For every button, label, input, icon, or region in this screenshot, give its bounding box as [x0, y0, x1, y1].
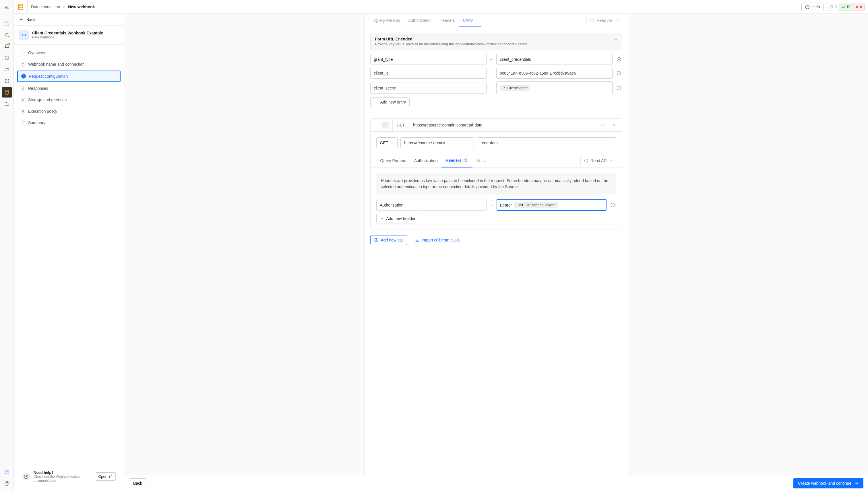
download-icon	[415, 238, 419, 242]
external-link-icon	[109, 475, 112, 479]
remove-row-button[interactable]	[616, 70, 622, 77]
method-select[interactable]: GET	[376, 137, 398, 148]
header-value-prefix: Bearer	[500, 203, 512, 207]
kv-value-input[interactable]	[496, 54, 613, 65]
call1-tabs: Query Params Authorization Headers Body …	[364, 14, 628, 27]
step-storage[interactable]: 5Storage and retention	[17, 95, 120, 105]
chevron-right-icon	[62, 5, 66, 9]
read-api-dropdown[interactable]: Read API	[587, 16, 622, 25]
call-config-row: GET	[371, 132, 622, 154]
header-value-input[interactable]: Bearer Call 1 > "access_token"	[496, 199, 606, 211]
product-logo[interactable]	[14, 0, 28, 14]
call-actions-row: Add new call Import call from cURL	[364, 235, 628, 251]
add-call-button[interactable]: Add new call	[370, 235, 407, 245]
help-card-title: Need help?	[34, 470, 91, 475]
tab-query-params[interactable]: Query Params	[370, 14, 404, 27]
remove-row-button[interactable]	[616, 56, 622, 63]
call-name-input[interactable]	[477, 137, 616, 148]
bell-icon[interactable]	[2, 41, 12, 52]
apps-icon[interactable]	[2, 76, 12, 86]
search-icon[interactable]	[2, 30, 12, 40]
kv-key-input[interactable]	[370, 83, 487, 93]
body-type-title: Form URL Encoded	[375, 37, 614, 41]
chevron-down-icon	[614, 38, 617, 41]
back-link[interactable]: Back	[14, 14, 124, 26]
body-type-sub: Provide key-value pairs to be included u…	[375, 42, 614, 46]
remove-row-button[interactable]	[616, 85, 622, 91]
kv-value-input[interactable]	[496, 68, 613, 79]
help-circle-icon	[805, 5, 810, 9]
svg-point-25	[377, 125, 377, 125]
svg-point-27	[377, 126, 377, 126]
kv-key-input[interactable]	[370, 68, 487, 79]
chevron-down-icon	[474, 19, 477, 22]
database-icon[interactable]	[2, 87, 12, 97]
breadcrumb-root[interactable]: Data connection	[31, 5, 60, 9]
step-request-config[interactable]: 3Request configuration	[17, 70, 120, 82]
help-icon[interactable]	[2, 479, 12, 489]
step-overview[interactable]: 1Overview	[17, 48, 120, 58]
secret-chip: ClientSecret	[500, 85, 530, 91]
question-icon	[22, 473, 30, 481]
kv-key-input[interactable]	[370, 54, 487, 65]
kv-row: →	[370, 54, 622, 65]
svg-point-20	[503, 88, 504, 89]
text-cursor	[561, 203, 561, 207]
url-input[interactable]	[400, 137, 474, 148]
import-curl-button[interactable]: Import call from cURL	[411, 235, 464, 245]
folder-icon[interactable]	[2, 64, 12, 75]
body-type-selector[interactable]: Form URL Encoded Provide key-value pairs…	[370, 33, 622, 50]
call2-tabs: Query Params Authorization Headers1 Body…	[371, 154, 622, 168]
info-icon	[584, 158, 588, 163]
call-url-label: https://resource-domain.com/read-data	[409, 119, 594, 132]
chevron-down-icon	[610, 159, 613, 162]
svg-point-5	[6, 81, 7, 82]
history-icon[interactable]	[2, 53, 12, 63]
tab-headers[interactable]: Headers1	[441, 154, 472, 168]
add-header-button[interactable]: Add new header	[376, 214, 419, 224]
remove-header-button[interactable]	[609, 202, 616, 208]
footer-back-button[interactable]: Back	[129, 479, 146, 488]
status-indicator[interactable]: 0 10 8	[827, 3, 865, 11]
folder2-icon[interactable]	[2, 99, 12, 109]
arrow-right-icon: →	[489, 86, 493, 90]
step-summary[interactable]: 7Summary	[17, 118, 120, 128]
call-header: 2 GET https://resource-domain.com/read-d…	[371, 119, 622, 132]
arrow-right-icon: →	[489, 57, 493, 62]
more-icon[interactable]	[598, 120, 608, 130]
tab-authorization[interactable]: Authorization	[404, 14, 436, 27]
svg-point-22	[375, 124, 376, 124]
svg-point-13	[18, 4, 23, 6]
help-label: Help	[811, 5, 820, 9]
refresh-icon	[830, 5, 834, 9]
svg-point-0	[5, 33, 8, 36]
step-name-connection[interactable]: 2Webhook name and connection	[17, 59, 120, 69]
menu-icon[interactable]	[2, 2, 12, 12]
header-row: → Bearer Call 1 > "access_token"	[376, 199, 616, 211]
chevron-down-icon	[391, 141, 394, 144]
step-responses[interactable]: 4Responses	[17, 83, 120, 93]
kv-row: →	[370, 68, 622, 79]
wizard-sidebar: Back Client Credentials Webhook Example …	[14, 14, 124, 491]
header-key-input[interactable]	[376, 200, 487, 210]
help-card: Need help? Check out the Webhook setup d…	[18, 466, 120, 487]
kv-value-secret[interactable]: ClientSecret	[496, 82, 613, 94]
read-api-dropdown[interactable]: Read API	[580, 156, 616, 165]
create-webhook-button[interactable]: Create webhook and continue	[793, 478, 863, 488]
tab-authorization[interactable]: Authorization	[410, 154, 442, 167]
cube-icon[interactable]	[2, 467, 12, 477]
tab-body[interactable]: Body	[472, 154, 490, 167]
x-icon	[855, 5, 859, 9]
status-sync: 0	[827, 3, 839, 10]
tab-query-params[interactable]: Query Params	[376, 154, 410, 167]
add-entry-button[interactable]: Add new entry	[370, 97, 410, 107]
help-button[interactable]: Help	[802, 3, 823, 11]
drag-handle-icon[interactable]	[371, 119, 382, 132]
open-docs-button[interactable]: Open	[95, 472, 116, 481]
tab-body[interactable]: Body	[459, 14, 481, 27]
home-icon[interactable]	[2, 18, 12, 29]
collapse-icon[interactable]	[610, 121, 619, 129]
tab-headers[interactable]: Headers	[435, 14, 459, 27]
step-execution[interactable]: 6Execution policy	[17, 106, 120, 116]
arrow-right-icon	[854, 481, 859, 486]
